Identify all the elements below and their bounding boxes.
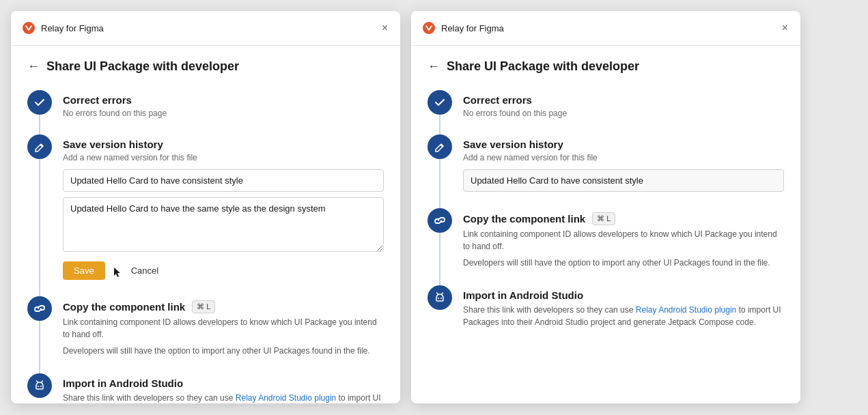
step-content-4: Import in Android Studio Share this link…: [63, 373, 384, 403]
step-line-right-3: [439, 233, 440, 285]
step-title-3: Copy the component link: [63, 301, 185, 313]
page-title-left: Share UI Package with developer: [46, 59, 239, 74]
step-android-right: Import in Android Studio Share this link…: [428, 285, 784, 345]
step-left-col-4: [27, 373, 52, 403]
svg-point-2: [38, 386, 39, 387]
step-title-right-3: Copy the component link: [463, 213, 585, 225]
svg-line-5: [42, 381, 43, 382]
step-copy-link-left: Copy the component link ⌘ L Link contain…: [27, 296, 384, 373]
step-desc-3b: Developers will still have the option to…: [63, 345, 384, 357]
step-subtitle-right-1: No errors found on this page: [463, 109, 784, 118]
step-line-1: [39, 115, 40, 134]
step-title-right-2: Save version history: [463, 134, 784, 150]
step-title-row-3: Copy the component link ⌘ L: [63, 296, 384, 313]
panel-header-left: Relay for Figma ×: [11, 11, 400, 46]
step-line-2: [39, 159, 40, 296]
header-left-group: Relay for Figma: [22, 21, 104, 35]
step-title-right-1: Correct errors: [463, 90, 784, 106]
step-left-col-3: [27, 296, 52, 373]
close-button-right[interactable]: ×: [781, 20, 789, 35]
form-actions: Save Cancel: [63, 261, 384, 280]
check-icon-1: [27, 90, 52, 115]
step-subtitle-1: No errors found on this page: [63, 109, 384, 118]
step-title-row-right-3: Copy the component link ⌘ L: [463, 208, 784, 225]
svg-point-3: [40, 386, 42, 387]
step-subtitle-right-2: Add a new named version for this file: [463, 153, 784, 162]
step-desc-right-4-pre: Share this link with developers so they …: [463, 305, 636, 315]
step-title-4: Import in Android Studio: [63, 373, 384, 389]
step-line-right-2: [439, 159, 440, 208]
step-content-right-4: Import in Android Studio Share this link…: [463, 285, 784, 345]
app-title-right: Relay for Figma: [441, 23, 504, 33]
step-content-right-2: Save version history Add a new named ver…: [463, 134, 784, 208]
relay-icon: [22, 21, 36, 35]
step-copy-link-right: Copy the component link ⌘ L Link contain…: [428, 208, 784, 285]
page-title-right: Share UI Package with developer: [447, 59, 639, 74]
step-android-left: Import in Android Studio Share this link…: [27, 373, 384, 403]
save-button[interactable]: Save: [63, 261, 105, 280]
cancel-button[interactable]: Cancel: [128, 261, 161, 280]
step-content-2: Save version history Add a new named ver…: [63, 134, 384, 296]
panel-content-right: ← Share UI Package with developer Correc…: [411, 46, 800, 403]
relay-icon-right: [422, 21, 436, 35]
step-title-2: Save version history: [63, 134, 384, 150]
relay-plugin-link-right[interactable]: Relay Android Studio plugin: [636, 305, 736, 315]
step-right-col-3: [428, 208, 452, 285]
step-save-version-right: Save version history Add a new named ver…: [428, 134, 784, 208]
step-correct-errors-right: Correct errors No errors found on this p…: [428, 90, 784, 134]
kbd-badge-3: ⌘ L: [192, 300, 215, 313]
step-save-version-left: Save version history Add a new named ver…: [27, 134, 384, 296]
svg-line-11: [442, 293, 443, 294]
right-panel: Relay for Figma × ← Share UI Package wit…: [411, 11, 800, 403]
version-name-input[interactable]: [63, 169, 384, 192]
edit-icon-right-2: [428, 134, 452, 159]
panel-content-left: ← Share UI Package with developer Correc…: [11, 46, 400, 403]
header-right-group: Relay for Figma: [422, 21, 504, 35]
app-title: Relay for Figma: [41, 23, 104, 33]
step-right-col-4: [428, 285, 452, 345]
step-content-3: Copy the component link ⌘ L Link contain…: [63, 296, 384, 373]
step-desc-right-3b: Developers will still have the option to…: [463, 257, 784, 269]
step-left-col-2: [27, 134, 52, 296]
step-line-right-1: [439, 115, 440, 134]
svg-line-4: [37, 381, 38, 382]
steps-list-right: Correct errors No errors found on this p…: [428, 90, 784, 345]
android-icon-4: [27, 373, 52, 398]
relay-plugin-link-left[interactable]: Relay Android Studio plugin: [236, 393, 336, 403]
step-desc-4: Share this link with developers so they …: [63, 392, 384, 403]
link-icon-3: [27, 296, 52, 321]
step-correct-errors-left: Correct errors No errors found on this p…: [27, 90, 384, 134]
check-icon-right-1: [428, 90, 452, 115]
svg-point-6: [423, 22, 435, 34]
back-button-left[interactable]: ←: [27, 59, 40, 74]
step-desc-4-pre: Share this link with developers so they …: [63, 393, 236, 403]
step-right-col-1: [428, 90, 452, 134]
step-desc-3a: Link containing component ID allows deve…: [63, 316, 384, 341]
cursor: [113, 267, 120, 278]
back-button-right[interactable]: ←: [428, 59, 440, 74]
version-description-textarea[interactable]: Updated Hello Card to have the same styl…: [63, 197, 384, 252]
step-subtitle-2: Add a new named version for this file: [63, 153, 384, 162]
link-icon-right-3: [428, 208, 452, 233]
page-header-left: ← Share UI Package with developer: [27, 59, 384, 74]
kbd-badge-right-3: ⌘ L: [592, 212, 615, 225]
step-content-right-3: Copy the component link ⌘ L Link contain…: [463, 208, 784, 285]
svg-point-8: [438, 298, 439, 299]
step-content-1: Correct errors No errors found on this p…: [63, 90, 384, 134]
step-line-3: [39, 321, 40, 373]
step-left-col-1: [27, 90, 52, 134]
svg-point-9: [440, 298, 442, 299]
left-panel: Relay for Figma × ← Share UI Package wit…: [11, 11, 400, 403]
android-icon-right-4: [428, 285, 452, 310]
edit-icon-2: [27, 134, 52, 159]
step-title-1: Correct errors: [63, 90, 384, 106]
step-content-right-1: Correct errors No errors found on this p…: [463, 90, 784, 134]
version-name-display: Updated Hello Card to have consistent st…: [463, 169, 784, 192]
step-desc-right-3a: Link containing component ID allows deve…: [463, 228, 784, 253]
step-right-col-2: [428, 134, 452, 208]
close-button[interactable]: ×: [380, 20, 389, 35]
svg-line-10: [437, 293, 438, 294]
steps-list-left: Correct errors No errors found on this p…: [27, 90, 384, 403]
step-title-right-4: Import in Android Studio: [463, 285, 784, 301]
step-desc-right-4: Share this link with developers so they …: [463, 304, 784, 328]
